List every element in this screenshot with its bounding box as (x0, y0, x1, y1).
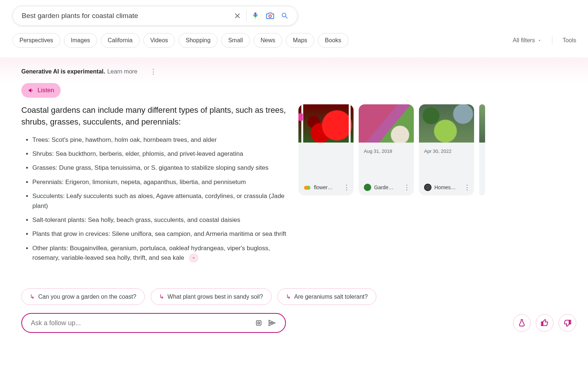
followup-input-wrapper (21, 313, 286, 333)
image-search-icon[interactable] (263, 8, 277, 23)
source-title: Coastal plants: 10 best choices for… (419, 143, 474, 147)
filter-chip[interactable]: California (101, 33, 140, 48)
source-title: Best Plants for a Coastal Garden -… (359, 143, 414, 147)
ai-answer-item: Trees: Scot's pine, hawthorn, holm oak, … (32, 135, 293, 145)
source-more-icon[interactable]: ⋮ (343, 184, 350, 191)
all-filters-label: All filters (513, 37, 535, 44)
experiment-button[interactable] (513, 314, 531, 332)
ai-disclaimer-text: Generative AI is experimental. (21, 68, 105, 75)
followup-chip[interactable]: ↳Are geraniums salt tolerant? (277, 288, 376, 305)
vertical-divider (552, 36, 552, 44)
listen-label: Listen (37, 87, 54, 94)
followup-chip[interactable]: ↳What plant grows best in sandy soil? (151, 288, 272, 305)
search-input[interactable] (21, 11, 230, 20)
clear-icon[interactable] (230, 8, 245, 23)
source-thumbnail (298, 104, 354, 143)
send-icon[interactable] (265, 319, 279, 327)
speaker-icon (28, 87, 35, 94)
vertical-divider (246, 10, 247, 21)
filter-chip[interactable]: Perspectives (12, 33, 60, 48)
followup-chip-label: What plant grows best in sandy soil? (168, 294, 263, 300)
source-thumbnail (479, 104, 485, 143)
thumbs-up-icon (541, 319, 549, 327)
svg-point-1 (269, 15, 272, 18)
ai-answer-item: Succulents: Leafy succulents such as alo… (32, 191, 293, 211)
source-date: Apr 30, 2022 (419, 148, 474, 154)
source-thumbnail (419, 104, 474, 143)
source-more-icon[interactable]: ⋮ (404, 184, 410, 191)
source-date: Aug 31, 2018 (359, 148, 414, 154)
svg-rect-3 (257, 321, 261, 326)
source-site: Garde… (374, 184, 401, 190)
filter-chip[interactable]: Videos (143, 33, 175, 48)
followup-suggestions: ↳Can you grow a garden on the coast?↳Wha… (21, 288, 588, 305)
svg-rect-0 (255, 18, 256, 19)
ai-answer-item: Salt-tolerant plants: Sea holly, beach g… (32, 215, 293, 225)
filter-chip[interactable]: Shopping (179, 33, 218, 48)
source-favicon (424, 184, 431, 191)
filter-chip[interactable]: News (254, 33, 282, 48)
chevron-down-icon (537, 38, 542, 43)
source-site: flower… (314, 184, 340, 190)
followup-input[interactable] (30, 319, 252, 327)
source-favicon (364, 184, 371, 191)
source-thumbnail (359, 104, 414, 143)
source-title: The best potted outdoor… (298, 143, 354, 147)
ai-answer-intro: Coastal gardens can include many differe… (21, 104, 293, 128)
source-favicon (304, 184, 311, 191)
filter-chip[interactable]: Maps (286, 33, 314, 48)
followup-chip[interactable]: ↳Can you grow a garden on the coast? (21, 288, 145, 305)
image-input-icon[interactable] (252, 319, 265, 327)
learn-more-link[interactable]: Learn more (107, 68, 137, 75)
followup-arrow-icon: ↳ (159, 293, 164, 300)
search-bar (12, 6, 298, 26)
filter-chip[interactable]: Images (64, 33, 97, 48)
followup-chip-label: Are geraniums salt tolerant? (294, 294, 368, 300)
ai-answer-list: Trees: Scot's pine, hawthorn, holm oak, … (21, 135, 293, 263)
feedback-buttons (513, 314, 576, 332)
source-card[interactable]: Coastal plants: 10 best choices for…Apr … (419, 104, 474, 195)
thumbs-down-icon (563, 319, 571, 327)
filter-row: PerspectivesImagesCaliforniaVideosShoppi… (12, 33, 588, 48)
ai-answer-item: Shrubs: Sea buckthorn, berberis, elder, … (32, 149, 293, 159)
source-card[interactable]: The best potted outdoor…flower…⋮ (298, 104, 354, 195)
ai-answer-item: Grasses: Dune grass, Stipa tenuissima, o… (32, 163, 293, 173)
more-options-icon[interactable]: ⋮ (150, 68, 157, 75)
filter-chip[interactable]: Small (221, 33, 250, 48)
filter-chip[interactable]: Books (318, 33, 348, 48)
listen-button[interactable]: Listen (21, 83, 61, 98)
voice-search-icon[interactable] (248, 8, 263, 23)
source-site: Homes… (434, 184, 461, 190)
followup-chip-label: Can you grow a garden on the coast? (38, 294, 136, 300)
all-filters-button[interactable]: All filters (513, 37, 541, 44)
flask-icon (518, 319, 526, 327)
followup-arrow-icon: ↳ (286, 293, 291, 300)
followup-arrow-icon: ↳ (30, 293, 35, 300)
svg-point-2 (272, 14, 273, 15)
expand-answer-button[interactable] (189, 253, 198, 263)
thumbs-up-button[interactable] (536, 314, 553, 332)
source-more-icon[interactable]: ⋮ (464, 184, 470, 191)
tools-button[interactable]: Tools (563, 37, 576, 44)
thumbs-down-button[interactable] (559, 314, 576, 332)
ai-answer-item: Other plants: Bougainvillea, geranium, p… (32, 244, 293, 263)
ai-answer-item: Perennials: Erigeron, limonium, nepeta, … (32, 177, 293, 187)
search-icon[interactable] (277, 8, 292, 23)
source-card-peek[interactable] (479, 104, 485, 195)
source-cards-row: The best potted outdoor…flower…⋮Best Pla… (298, 104, 485, 267)
source-card[interactable]: Best Plants for a Coastal Garden -…Aug 3… (359, 104, 414, 195)
ai-answer-item: Plants that grow in crevices: Silene uni… (32, 229, 293, 239)
svg-point-4 (258, 322, 260, 324)
